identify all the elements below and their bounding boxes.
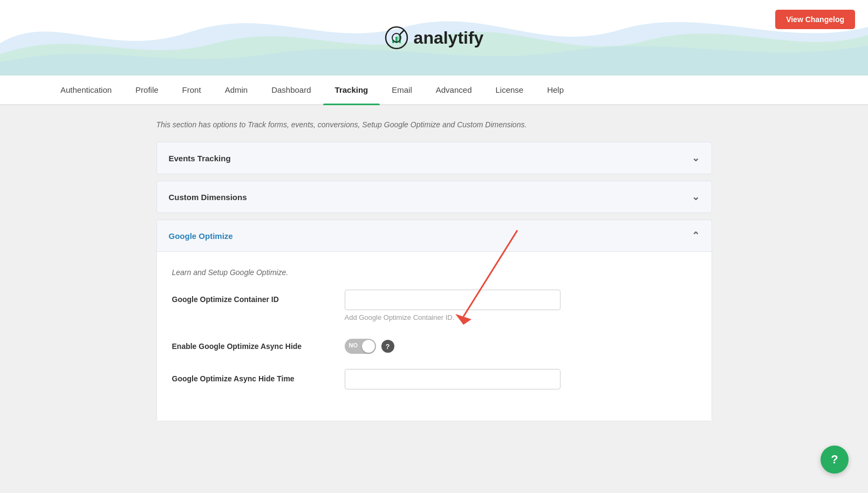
tab-dashboard[interactable]: Dashboard bbox=[259, 76, 323, 104]
async-hide-toggle[interactable]: NO bbox=[345, 339, 376, 354]
accordion-google-optimize-label: Google Optimize bbox=[169, 231, 233, 241]
section-description: This section has options to Track forms,… bbox=[156, 120, 712, 129]
async-hide-time-row: Google Optimize Async Hide Time bbox=[172, 369, 696, 389]
logo-text: analytify bbox=[414, 28, 484, 48]
container-id-row: Google Optimize Container ID Add Google … bbox=[172, 290, 696, 321]
tab-tracking[interactable]: Tracking bbox=[323, 76, 380, 104]
view-changelog-button[interactable]: View Changelog bbox=[775, 10, 855, 29]
accordion-google-optimize-header[interactable]: Google Optimize ⌃ bbox=[157, 220, 712, 251]
tab-advanced[interactable]: Advanced bbox=[424, 76, 484, 104]
container-id-input[interactable] bbox=[345, 290, 561, 310]
chevron-up-icon: ⌃ bbox=[692, 230, 700, 242]
container-id-control: Add Google Optimize Container ID. bbox=[345, 290, 696, 321]
accordion-events-tracking-label: Events Tracking bbox=[169, 154, 231, 163]
accordion-events-tracking: Events Tracking ⌄ bbox=[156, 142, 712, 174]
tab-admin[interactable]: Admin bbox=[213, 76, 260, 104]
tab-help[interactable]: Help bbox=[535, 76, 576, 104]
hero-section: analytify View Changelog bbox=[0, 0, 868, 76]
logo-icon bbox=[385, 26, 408, 50]
async-hide-time-label: Google Optimize Async Hide Time bbox=[172, 369, 345, 383]
async-hide-toggle-wrap: NO ? bbox=[345, 337, 696, 354]
async-hide-time-input[interactable] bbox=[345, 369, 561, 389]
async-hide-time-control bbox=[345, 369, 696, 389]
container-id-hint: Add Google Optimize Container ID. bbox=[345, 313, 696, 321]
floating-help-button[interactable]: ? bbox=[821, 446, 849, 474]
tab-email[interactable]: Email bbox=[380, 76, 424, 104]
toggle-track: NO bbox=[345, 339, 376, 354]
main-content: This section has options to Track forms,… bbox=[108, 105, 761, 443]
accordion-events-tracking-header[interactable]: Events Tracking ⌄ bbox=[157, 142, 712, 174]
tab-profile[interactable]: Profile bbox=[124, 76, 170, 104]
toggle-no-label: NO bbox=[349, 342, 358, 348]
toggle-thumb bbox=[362, 340, 375, 353]
async-hide-control: NO ? bbox=[345, 337, 696, 354]
accordion-custom-dimensions: Custom Dimensions ⌄ bbox=[156, 181, 712, 213]
accordion-google-optimize-body: Learn and Setup Google Optimize. Google … bbox=[157, 251, 712, 421]
tab-authentication[interactable]: Authentication bbox=[49, 76, 124, 104]
accordion-custom-dimensions-label: Custom Dimensions bbox=[169, 193, 247, 202]
nav-tabs-container: Authentication Profile Front Admin Dashb… bbox=[0, 76, 868, 105]
container-id-label: Google Optimize Container ID bbox=[172, 290, 345, 304]
async-hide-label: Enable Google Optimize Async Hide bbox=[172, 337, 345, 351]
google-optimize-note: Learn and Setup Google Optimize. bbox=[172, 268, 696, 277]
svg-line-5 bbox=[400, 30, 404, 34]
chevron-down-icon: ⌄ bbox=[692, 152, 700, 164]
accordion-google-optimize: Google Optimize ⌃ Learn and Setup Google… bbox=[156, 220, 712, 421]
tab-license[interactable]: License bbox=[483, 76, 535, 104]
async-hide-row: Enable Google Optimize Async Hide NO ? bbox=[172, 337, 696, 354]
app-logo: analytify bbox=[385, 26, 484, 50]
accordion-custom-dimensions-header[interactable]: Custom Dimensions ⌄ bbox=[157, 181, 712, 213]
nav-tabs: Authentication Profile Front Admin Dashb… bbox=[49, 76, 819, 104]
chevron-down-icon-2: ⌄ bbox=[692, 191, 700, 203]
tab-front[interactable]: Front bbox=[170, 76, 213, 104]
async-hide-help-icon[interactable]: ? bbox=[381, 340, 394, 353]
